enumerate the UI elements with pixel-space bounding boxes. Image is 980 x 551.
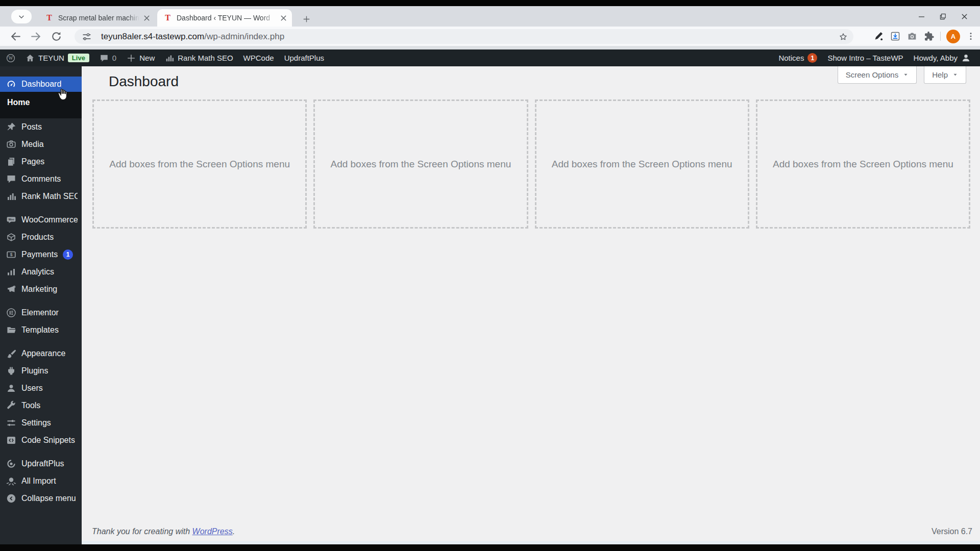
footer-thanks: Thank you for creating with WordPress. <box>92 527 235 536</box>
help-button[interactable]: Help <box>924 66 966 84</box>
sidebar-item-code-snippets[interactable]: Code Snippets <box>0 432 82 449</box>
menu-separator <box>0 339 82 345</box>
screen-meta-links: Screen Options Help <box>838 66 966 84</box>
url-domain: teyun8aler.s4-tastewp.com <box>101 32 204 41</box>
payments-icon: $ <box>6 249 16 260</box>
sidebar-item-settings[interactable]: Settings <box>0 414 82 432</box>
adminbar-item-site-name[interactable]: TEYUNLive <box>20 49 94 66</box>
tools-icon <box>6 400 16 411</box>
tab-close-button[interactable] <box>279 14 288 22</box>
sidebar-item-label: Analytics <box>21 267 54 277</box>
window-close-button[interactable] <box>953 8 975 24</box>
sidebar-item-posts[interactable]: Posts <box>0 118 82 136</box>
sidebar-item-users[interactable]: Users <box>0 380 82 397</box>
placeholder-box-text: Add boxes from the Screen Options menu <box>109 159 290 170</box>
browser-toolbar: teyun8aler.s4-tastewp.com/wp-admin/index… <box>0 27 980 46</box>
adminbar-item-rank-math-seo[interactable]: Rank Math SEO <box>160 49 238 66</box>
sidebar-item-collapse-menu[interactable]: Collapse menu <box>0 490 82 507</box>
forward-button[interactable] <box>30 30 42 43</box>
url-path: /wp-admin/index.php <box>204 32 284 41</box>
dashboard-placeholder-box: Add boxes from the Screen Options menu <box>92 99 307 229</box>
menu-separator <box>0 449 82 455</box>
wordpress-link[interactable]: WordPress <box>192 527 233 536</box>
sidebar-item-appearance[interactable]: Appearance <box>0 345 82 362</box>
browser-menu-icon[interactable] <box>966 31 976 41</box>
sidebar-item-label: Payments <box>21 250 58 259</box>
sidebar-item-analytics[interactable]: Analytics <box>0 263 82 281</box>
svg-text:$: $ <box>10 252 13 257</box>
plus-icon <box>127 54 136 63</box>
adminbar-item-comments[interactable]: 0 <box>94 49 121 66</box>
sidebar-item-dashboard[interactable]: Dashboard <box>0 77 82 92</box>
browser-tab-scrap-metal-baler-ma[interactable]: TScrap metal baler machine,S <box>39 9 155 27</box>
top-black-strip <box>0 0 980 6</box>
bottom-black-strip <box>0 544 980 551</box>
sidebar-item-media[interactable]: Media <box>0 136 82 153</box>
adminbar-item-howdy-account[interactable]: Howdy, Abby <box>909 49 976 66</box>
dashboard-placeholder-box: Add boxes from the Screen Options menu <box>756 99 970 229</box>
tab-search-button[interactable] <box>11 10 32 23</box>
chevron-down-icon <box>952 72 958 78</box>
sidebar-item-rank-math-seo[interactable]: Rank Math SEO <box>0 188 82 205</box>
adminbar-item-wpcode[interactable]: WPCode <box>238 49 279 66</box>
mouse-cursor <box>56 88 69 102</box>
adminbar-item-updraftplus[interactable]: UpdraftPlus <box>279 49 329 66</box>
extensions-puzzle-icon[interactable] <box>923 31 935 42</box>
sidebar-item-label: WooCommerce <box>21 215 78 224</box>
adminbar-item-new-content[interactable]: New <box>121 49 160 66</box>
sidebar-subitem-home[interactable]: Home <box>0 96 82 109</box>
plus-icon <box>303 15 310 23</box>
pages-icon <box>6 157 16 167</box>
site-favicon: T <box>45 14 54 22</box>
tab-close-button[interactable] <box>142 14 151 22</box>
bookmark-star-icon[interactable] <box>838 32 848 42</box>
profile-avatar[interactable]: A <box>946 30 960 43</box>
close-icon <box>960 12 969 21</box>
sidebar-item-products[interactable]: Products <box>0 229 82 246</box>
menu-separator <box>0 298 82 304</box>
screen-options-button[interactable]: Screen Options <box>838 66 917 84</box>
browser-tab-dashboard-teyun-word[interactable]: TDashboard ‹ TEYUN — Word <box>157 9 292 27</box>
sidebar-item-plugins[interactable]: Plugins <box>0 362 82 380</box>
adminbar-item-wp-logo[interactable]: W <box>1 49 20 66</box>
window-restore-button[interactable] <box>932 8 953 24</box>
footer-version: Version 6.7 <box>932 527 972 536</box>
window-controls <box>911 8 975 24</box>
svg-text:W: W <box>9 56 13 61</box>
pen-extension-icon[interactable] <box>873 31 884 42</box>
adminbar-item-show-intro-tastewp[interactable]: Show Intro – TasteWP <box>822 49 908 66</box>
home-icon <box>26 54 35 63</box>
sidebar-item-label: Appearance <box>21 349 65 358</box>
dashboard-placeholder-box: Add boxes from the Screen Options menu <box>313 99 528 229</box>
sidebar-item-updraftplus[interactable]: UpdraftPlus <box>0 455 82 472</box>
sidebar-item-label: Code Snippets <box>21 436 75 445</box>
dashboard-submenu: Home <box>0 92 82 118</box>
payments-count-badge: 1 <box>63 249 73 260</box>
chrome-bottom-edge <box>0 46 980 49</box>
adminbar-item-notices[interactable]: Notices1 <box>773 49 822 66</box>
sidebar-item-woocommerce[interactable]: WooWooCommerce <box>0 211 82 229</box>
camera-extension-icon[interactable] <box>906 31 918 42</box>
sidebar-item-elementor[interactable]: Elementor <box>0 304 82 321</box>
pushpin-icon <box>6 122 16 132</box>
url-text: teyun8aler.s4-tastewp.com/wp-admin/index… <box>101 32 284 42</box>
site-info-icon[interactable] <box>82 32 92 42</box>
sidebar-item-all-import[interactable]: All Import <box>0 472 82 490</box>
notices-count-badge: 1 <box>807 53 817 63</box>
sidebar-item-templates[interactable]: Templates <box>0 321 82 339</box>
sidebar-item-pages[interactable]: Pages <box>0 153 82 170</box>
window-minimize-button[interactable] <box>911 8 932 24</box>
download-extension-icon[interactable] <box>890 31 901 42</box>
footer-suffix: . <box>233 527 235 536</box>
address-bar[interactable]: teyun8aler.s4-tastewp.com/wp-admin/index… <box>75 29 853 44</box>
sidebar-item-label: Settings <box>21 418 51 428</box>
new-tab-button[interactable] <box>299 12 313 26</box>
sidebar-item-comments[interactable]: Comments <box>0 170 82 188</box>
back-button[interactable] <box>9 30 22 43</box>
screen: TScrap metal baler machine,STDashboard ‹… <box>0 0 980 551</box>
sidebar-item-marketing[interactable]: Marketing <box>0 281 82 298</box>
placeholder-box-text: Add boxes from the Screen Options menu <box>330 159 511 170</box>
sidebar-item-tools[interactable]: Tools <box>0 397 82 414</box>
reload-button[interactable] <box>50 30 63 43</box>
sidebar-item-payments[interactable]: $Payments1 <box>0 246 82 263</box>
